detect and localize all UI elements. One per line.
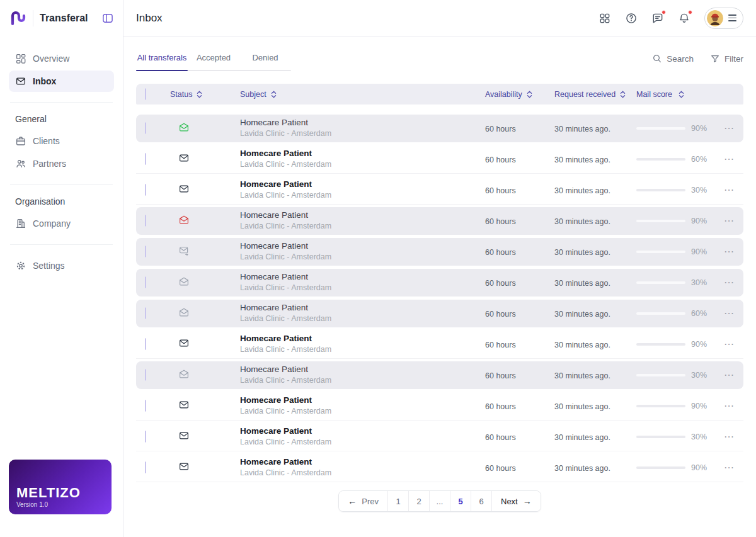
transferal-logo-icon (10, 10, 26, 26)
row-checkbox[interactable] (145, 400, 146, 412)
subject-title: Homecare Patient (240, 457, 485, 468)
topbar-icons (598, 8, 743, 29)
table-row[interactable]: Homecare Patient Lavida Clinic - Amsterd… (136, 269, 743, 297)
page-button-6[interactable]: 6 (471, 491, 491, 511)
row-actions-button[interactable]: ⋯ (724, 463, 735, 473)
subject-title: Homecare Patient (240, 179, 485, 190)
select-all-checkbox[interactable] (145, 88, 146, 100)
user-menu[interactable] (704, 8, 743, 29)
row-actions-button[interactable]: ⋯ (724, 432, 735, 442)
column-header-availability[interactable]: Availability (485, 90, 554, 99)
sidebar-nav: Overview Inbox General Clients P (0, 48, 123, 276)
column-header-mail-score[interactable]: Mail score (636, 90, 715, 99)
row-checkbox[interactable] (145, 153, 146, 165)
tab-denied[interactable]: Denied (239, 53, 291, 71)
row-checkbox[interactable] (145, 461, 146, 473)
row-checkbox[interactable] (145, 122, 146, 134)
row-checkbox[interactable] (145, 369, 146, 381)
sidebar-item-clients[interactable]: Clients (9, 130, 114, 152)
sidebar-item-company[interactable]: Company (9, 213, 114, 234)
row-actions-button[interactable]: ⋯ (724, 154, 735, 164)
page-button-5[interactable]: 5 (450, 491, 471, 511)
column-header-subject[interactable]: Subject (231, 90, 485, 99)
prev-page-button[interactable]: ← Prev (339, 491, 387, 511)
main-area: Inbox (123, 0, 756, 537)
dashboard-icon (15, 53, 26, 64)
closed-envelope-icon (178, 183, 190, 195)
row-actions-button[interactable]: ⋯ (724, 370, 735, 380)
score-value: 90% (691, 124, 707, 133)
table-row[interactable]: Homecare Patient Lavida Clinic - Amsterd… (136, 238, 743, 266)
table-row[interactable]: Homecare Patient Lavida Clinic - Amsterd… (136, 454, 743, 482)
next-page-button[interactable]: Next → (491, 491, 541, 511)
row-actions-button[interactable]: ⋯ (724, 308, 735, 319)
received-value: 30 minutes ago. (554, 279, 610, 288)
column-header-request-received[interactable]: Request received (554, 90, 636, 99)
sort-icon (678, 90, 685, 99)
sidebar-item-settings[interactable]: Settings (9, 255, 114, 276)
sort-icon (196, 90, 203, 99)
row-actions-button[interactable]: ⋯ (724, 401, 735, 411)
subject-subtitle: Lavida Clinic - Amsterdam (240, 128, 485, 138)
tab-all-transferals[interactable]: All transferals (136, 53, 188, 71)
row-checkbox[interactable] (145, 338, 146, 350)
page-ellipsis[interactable]: ... (429, 491, 450, 511)
sidebar-item-inbox[interactable]: Inbox (9, 71, 114, 92)
page-button-1[interactable]: 1 (387, 491, 408, 511)
column-label: Request received (554, 90, 616, 99)
pagination: ← Prev 12...56 Next → (338, 490, 541, 512)
mail-score-bar (636, 312, 685, 315)
sidebar-divider (10, 244, 113, 245)
content: All transferals Accepted Denied Search (123, 53, 756, 512)
row-checkbox[interactable] (145, 215, 146, 227)
column-header-status[interactable]: Status (170, 90, 231, 99)
availability-value: 60 hours (485, 279, 516, 288)
sidebar-item-partners[interactable]: Partners (9, 153, 114, 174)
filter-button[interactable]: Filter (710, 54, 743, 64)
row-actions-button[interactable]: ⋯ (724, 216, 735, 226)
subject-title: Homecare Patient (240, 118, 485, 128)
messages-icon[interactable] (651, 12, 664, 25)
row-checkbox[interactable] (145, 307, 146, 319)
table-row[interactable]: Homecare Patient Lavida Clinic - Amsterd… (136, 331, 743, 358)
row-checkbox[interactable] (145, 431, 146, 443)
bell-icon[interactable] (678, 12, 690, 25)
table-row[interactable]: Homecare Patient Lavida Clinic - Amsterd… (136, 392, 743, 420)
row-checkbox[interactable] (145, 184, 146, 196)
open-envelope-icon (178, 307, 190, 318)
subject-subtitle: Lavida Clinic - Amsterdam (240, 283, 485, 293)
row-actions-button[interactable]: ⋯ (724, 339, 735, 349)
apps-grid-icon[interactable] (598, 12, 611, 25)
row-actions-button[interactable]: ⋯ (724, 278, 735, 288)
sidebar-section-general: General (9, 113, 114, 130)
row-checkbox[interactable] (145, 246, 146, 257)
help-icon[interactable] (625, 12, 638, 25)
subject-title: Homecare Patient (240, 272, 485, 283)
tab-accepted[interactable]: Accepted (188, 53, 239, 71)
score-value: 30% (691, 371, 707, 380)
sidebar-collapse-icon[interactable] (101, 12, 114, 25)
table-row[interactable]: Homecare Patient Lavida Clinic - Amsterd… (136, 145, 743, 173)
arrow-left-icon: ← (348, 496, 357, 506)
received-value: 30 minutes ago. (554, 371, 610, 380)
table-row[interactable]: Homecare Patient Lavida Clinic - Amsterd… (136, 361, 743, 389)
availability-value: 60 hours (485, 402, 516, 411)
table-row[interactable]: Homecare Patient Lavida Clinic - Amsterd… (136, 300, 743, 327)
search-button[interactable]: Search (652, 54, 694, 64)
arrow-right-icon: → (523, 496, 532, 506)
sidebar-item-overview[interactable]: Overview (9, 48, 114, 69)
table-row[interactable]: Homecare Patient Lavida Clinic - Amsterd… (136, 423, 743, 451)
table-row[interactable]: Homecare Patient Lavida Clinic - Amsterd… (136, 115, 743, 142)
subject-title: Homecare Patient (240, 365, 485, 375)
row-actions-button[interactable]: ⋯ (724, 123, 735, 133)
page-button-2[interactable]: 2 (408, 491, 429, 511)
table-row[interactable]: Homecare Patient Lavida Clinic - Amsterd… (136, 207, 743, 235)
row-actions-button[interactable]: ⋯ (724, 247, 735, 257)
table-row[interactable]: Homecare Patient Lavida Clinic - Amsterd… (136, 176, 743, 204)
row-checkbox[interactable] (145, 276, 146, 288)
score-value: 30% (691, 186, 707, 195)
table-header: Status Subject Availability Request rece… (136, 84, 743, 105)
sidebar-item-label: Clients (33, 136, 60, 146)
sidebar-item-label: Settings (33, 261, 65, 271)
row-actions-button[interactable]: ⋯ (724, 185, 735, 195)
